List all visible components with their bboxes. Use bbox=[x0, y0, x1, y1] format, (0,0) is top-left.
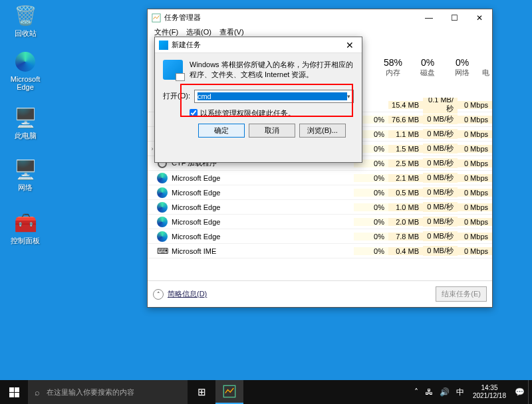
task-view-button[interactable]: ⊞ bbox=[188, 380, 215, 404]
ok-button[interactable]: 确定 bbox=[198, 124, 245, 138]
cancel-button[interactable]: 取消 bbox=[249, 124, 295, 138]
col-power[interactable]: 电 bbox=[479, 56, 491, 79]
fewer-details-link[interactable]: 简略信息(D) bbox=[168, 289, 207, 299]
cell-net: 0 Mbps bbox=[458, 189, 492, 197]
search-icon: ⌕ bbox=[35, 387, 40, 397]
ime-icon: ⌨ bbox=[157, 246, 168, 256]
tray-chevron-icon[interactable]: ˄ bbox=[411, 387, 422, 397]
edge-icon bbox=[14, 50, 37, 73]
cell-cpu: 0% bbox=[354, 174, 388, 182]
collapse-icon[interactable]: ˄ bbox=[153, 289, 164, 300]
cell-disk: 0 MB/秒 bbox=[423, 187, 458, 197]
taskbar-search[interactable]: ⌕在这里输入你要搜索的内容 bbox=[28, 380, 188, 404]
cell-disk: 0 MB/秒 bbox=[423, 202, 458, 212]
open-input[interactable] bbox=[198, 92, 347, 100]
run-close-button[interactable]: ✕ bbox=[338, 37, 362, 53]
task-manager-icon bbox=[152, 13, 161, 23]
cell-mem: 1.5 MB bbox=[388, 145, 423, 153]
process-name: Microsoft Edge bbox=[170, 189, 354, 197]
cell-mem: 2.0 MB bbox=[388, 218, 423, 226]
cell-net: 0 Mbps bbox=[458, 174, 492, 182]
admin-label: 以系统管理权限创建此任务。 bbox=[200, 108, 295, 118]
open-combobox[interactable]: ▾ bbox=[194, 90, 354, 103]
cell-disk: 0 MB/秒 bbox=[423, 129, 458, 139]
cell-disk: 0 MB/秒 bbox=[423, 158, 458, 168]
control-panel-icon: 🧰 bbox=[14, 211, 37, 234]
process-name: Microsoft Edge bbox=[170, 218, 354, 226]
task-manager-icon bbox=[223, 385, 236, 398]
process-name: Microsoft Edge bbox=[170, 203, 354, 211]
table-row[interactable]: ⌨Microsoft IME0%0.4 MB0 MB/秒0 Mbps bbox=[148, 244, 492, 258]
cell-disk: 0 MB/秒 bbox=[423, 231, 458, 241]
cell-mem: 0.4 MB bbox=[388, 247, 423, 255]
cell-disk: 0 MB/秒 bbox=[423, 173, 458, 183]
cell-cpu: 0% bbox=[354, 233, 388, 241]
process-name: Microsoft IME bbox=[170, 247, 354, 255]
cell-mem: 1.0 MB bbox=[388, 203, 423, 211]
task-manager-footer: ˄ 简略信息(D) 结束任务(E) bbox=[148, 280, 492, 307]
edge-icon bbox=[157, 187, 168, 198]
cell-net: 0 Mbps bbox=[458, 247, 492, 255]
cell-mem: 2.5 MB bbox=[388, 159, 423, 167]
table-row[interactable]: Microsoft Edge0%1.0 MB0 MB/秒0 Mbps bbox=[148, 200, 492, 215]
cell-disk: 0 MB/秒 bbox=[423, 217, 458, 227]
tray-network-icon[interactable]: 🖧 bbox=[422, 387, 436, 397]
desktop-icon-network[interactable]: 🖥️网络 bbox=[7, 158, 44, 193]
cell-disk: 0 MB/秒 bbox=[423, 246, 458, 256]
show-desktop-button[interactable] bbox=[528, 380, 532, 404]
cell-disk: 0.1 MB/秒 bbox=[423, 98, 458, 114]
table-row[interactable]: Microsoft Edge0%2.1 MB0 MB/秒0 Mbps bbox=[148, 171, 492, 185]
close-button[interactable]: ✕ bbox=[467, 9, 492, 26]
tray-volume-icon[interactable]: 🔊 bbox=[436, 387, 453, 397]
cell-net: 0 Mbps bbox=[458, 203, 492, 211]
cell-mem: 15.4 MB bbox=[388, 101, 423, 109]
browse-button[interactable]: 浏览(B)... bbox=[299, 124, 346, 138]
table-row[interactable]: Microsoft Edge0%0.5 MB0 MB/秒0 Mbps bbox=[148, 185, 492, 200]
edge-icon bbox=[157, 173, 168, 183]
cell-mem: 2.1 MB bbox=[388, 174, 423, 182]
admin-checkbox[interactable] bbox=[190, 109, 198, 117]
tray-ime-icon[interactable]: 中 bbox=[453, 387, 467, 398]
col-network[interactable]: 0%网络 bbox=[445, 56, 479, 79]
start-button[interactable] bbox=[0, 380, 28, 404]
minimize-button[interactable]: — bbox=[416, 9, 442, 26]
process-name: Microsoft Edge bbox=[170, 233, 354, 241]
cell-cpu: 0% bbox=[354, 189, 388, 197]
taskbar-app-taskmgr[interactable] bbox=[215, 380, 243, 404]
cell-disk: 0 MB/秒 bbox=[423, 144, 458, 153]
taskbar-clock[interactable]: 14:352021/12/18 bbox=[467, 384, 511, 400]
desktop-icon-recycle-bin[interactable]: 🗑️回收站 bbox=[7, 4, 44, 39]
col-memory[interactable]: 58%内存 bbox=[376, 56, 410, 79]
maximize-button[interactable]: ☐ bbox=[442, 9, 467, 26]
cell-net: 0 Mbps bbox=[458, 218, 492, 226]
edge-icon bbox=[157, 217, 168, 227]
open-label: 打开(O): bbox=[163, 91, 190, 101]
desktop-icon-control-panel[interactable]: 🧰控制面板 bbox=[7, 211, 44, 246]
dropdown-icon[interactable]: ▾ bbox=[347, 93, 350, 100]
edge-icon bbox=[157, 202, 168, 213]
cell-mem: 0.5 MB bbox=[388, 189, 423, 197]
table-row[interactable]: Microsoft Edge0%2.0 MB0 MB/秒0 Mbps bbox=[148, 215, 492, 229]
table-row[interactable]: Microsoft Edge0%7.8 MB0 MB/秒0 Mbps bbox=[148, 229, 492, 244]
cell-net: 0 Mbps bbox=[458, 130, 492, 138]
run-dialog-titlebar[interactable]: 新建任务 ✕ bbox=[155, 37, 362, 53]
run-message: Windows 将根据你所键入的名称，为你打开相应的程序、文件夹、文档或 Int… bbox=[190, 60, 354, 80]
cell-net: 0 Mbps bbox=[458, 101, 492, 109]
process-name: Microsoft Edge bbox=[170, 174, 354, 182]
computer-icon: 🖥️ bbox=[14, 106, 37, 129]
run-dialog-icon bbox=[159, 41, 168, 50]
run-icon bbox=[163, 60, 183, 80]
desktop-icon-this-pc[interactable]: 🖥️此电脑 bbox=[7, 106, 44, 141]
cell-disk: 0 MB/秒 bbox=[423, 114, 458, 124]
desktop-icon-edge[interactable]: Microsoft Edge bbox=[7, 50, 44, 91]
cell-mem: 1.1 MB bbox=[388, 130, 423, 138]
run-dialog: 新建任务 ✕ Windows 将根据你所键入的名称，为你打开相应的程序、文件夹、… bbox=[154, 37, 362, 163]
notification-button[interactable]: 💬 bbox=[511, 387, 528, 397]
search-placeholder: 在这里输入你要搜索的内容 bbox=[47, 387, 134, 397]
cell-mem: 7.8 MB bbox=[388, 233, 423, 241]
windows-logo-icon bbox=[9, 387, 19, 397]
end-task-button[interactable]: 结束任务(E) bbox=[436, 286, 487, 302]
network-icon: 🖥️ bbox=[14, 158, 37, 181]
col-disk[interactable]: 0%磁盘 bbox=[410, 56, 445, 79]
task-manager-titlebar[interactable]: 任务管理器 — ☐ ✕ bbox=[148, 9, 492, 26]
